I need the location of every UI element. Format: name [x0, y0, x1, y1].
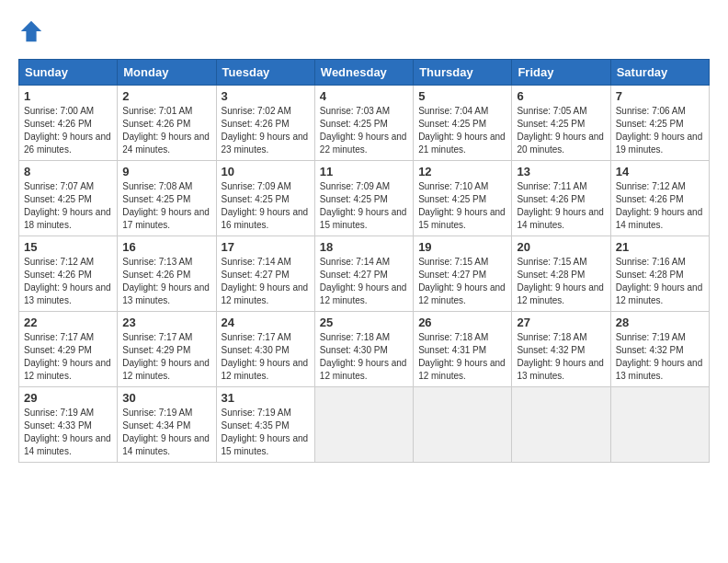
day-info: Sunrise: 7:19 AMSunset: 4:32 PMDaylight:…	[616, 332, 703, 381]
calendar-cell: 8 Sunrise: 7:07 AMSunset: 4:25 PMDayligh…	[19, 161, 118, 236]
calendar-cell: 21 Sunrise: 7:16 AMSunset: 4:28 PMDaylig…	[610, 236, 709, 312]
day-info: Sunrise: 7:18 AMSunset: 4:31 PMDaylight:…	[418, 332, 506, 381]
calendar-cell: 12 Sunrise: 7:10 AMSunset: 4:25 PMDaylig…	[414, 161, 512, 236]
day-info: Sunrise: 7:19 AMSunset: 4:33 PMDaylight:…	[24, 408, 111, 456]
day-info: Sunrise: 7:18 AMSunset: 4:30 PMDaylight:…	[320, 332, 407, 381]
svg-marker-0	[21, 21, 41, 41]
calendar-cell: 26 Sunrise: 7:18 AMSunset: 4:31 PMDaylig…	[414, 312, 512, 387]
calendar-cell	[414, 387, 512, 463]
day-number: 24	[222, 316, 310, 329]
weekday-header-friday: Friday	[512, 60, 610, 86]
calendar-cell: 3 Sunrise: 7:02 AMSunset: 4:26 PMDayligh…	[216, 86, 314, 161]
day-info: Sunrise: 7:08 AMSunset: 4:25 PMDaylight:…	[122, 181, 210, 230]
calendar-cell: 5 Sunrise: 7:04 AMSunset: 4:25 PMDayligh…	[414, 86, 512, 161]
day-number: 1	[24, 89, 112, 103]
calendar-cell: 31 Sunrise: 7:19 AMSunset: 4:35 PMDaylig…	[216, 387, 314, 463]
day-info: Sunrise: 7:02 AMSunset: 4:26 PMDaylight:…	[222, 106, 309, 155]
day-info: Sunrise: 7:04 AMSunset: 4:25 PMDaylight:…	[418, 106, 506, 155]
calendar-cell: 6 Sunrise: 7:05 AMSunset: 4:25 PMDayligh…	[512, 86, 610, 161]
calendar-cell: 14 Sunrise: 7:12 AMSunset: 4:26 PMDaylig…	[610, 161, 709, 236]
day-info: Sunrise: 7:09 AMSunset: 4:25 PMDaylight:…	[320, 181, 407, 230]
weekday-header-sunday: Sunday	[19, 60, 118, 86]
calendar-cell: 9 Sunrise: 7:08 AMSunset: 4:25 PMDayligh…	[118, 161, 216, 236]
day-info: Sunrise: 7:19 AMSunset: 4:35 PMDaylight:…	[222, 408, 309, 456]
day-info: Sunrise: 7:06 AMSunset: 4:25 PMDaylight:…	[616, 106, 703, 155]
day-number: 29	[24, 391, 112, 405]
day-info: Sunrise: 7:05 AMSunset: 4:25 PMDaylight:…	[517, 106, 604, 155]
day-number: 15	[24, 240, 112, 254]
day-info: Sunrise: 7:14 AMSunset: 4:27 PMDaylight:…	[222, 257, 309, 305]
calendar-cell: 29 Sunrise: 7:19 AMSunset: 4:33 PMDaylig…	[19, 387, 118, 463]
day-info: Sunrise: 7:09 AMSunset: 4:25 PMDaylight:…	[222, 181, 309, 230]
day-number: 13	[517, 165, 605, 178]
calendar-cell	[610, 387, 709, 463]
calendar-cell: 1 Sunrise: 7:00 AMSunset: 4:26 PMDayligh…	[19, 86, 118, 161]
weekday-header-tuesday: Tuesday	[216, 60, 314, 86]
day-info: Sunrise: 7:18 AMSunset: 4:32 PMDaylight:…	[517, 332, 604, 381]
calendar-cell: 19 Sunrise: 7:15 AMSunset: 4:27 PMDaylig…	[414, 236, 512, 312]
weekday-header-wednesday: Wednesday	[314, 60, 413, 86]
calendar-cell	[314, 387, 413, 463]
day-number: 14	[616, 165, 704, 178]
day-number: 18	[320, 240, 408, 254]
calendar-cell: 15 Sunrise: 7:12 AMSunset: 4:26 PMDaylig…	[19, 236, 118, 312]
calendar-cell: 4 Sunrise: 7:03 AMSunset: 4:25 PMDayligh…	[314, 86, 413, 161]
calendar-cell: 25 Sunrise: 7:18 AMSunset: 4:30 PMDaylig…	[314, 312, 413, 387]
day-number: 30	[122, 391, 210, 405]
day-info: Sunrise: 7:16 AMSunset: 4:28 PMDaylight:…	[616, 257, 703, 305]
calendar-table: SundayMondayTuesdayWednesdayThursdayFrid…	[18, 59, 710, 463]
day-number: 26	[418, 316, 506, 329]
logo	[18, 18, 48, 44]
weekday-header-thursday: Thursday	[414, 60, 512, 86]
day-info: Sunrise: 7:15 AMSunset: 4:27 PMDaylight:…	[418, 257, 506, 305]
day-info: Sunrise: 7:17 AMSunset: 4:29 PMDaylight:…	[122, 332, 210, 381]
weekday-header-monday: Monday	[118, 60, 216, 86]
day-number: 2	[122, 89, 210, 103]
calendar-cell: 16 Sunrise: 7:13 AMSunset: 4:26 PMDaylig…	[118, 236, 216, 312]
day-number: 12	[418, 165, 506, 178]
day-number: 21	[616, 240, 704, 254]
calendar-cell: 11 Sunrise: 7:09 AMSunset: 4:25 PMDaylig…	[314, 161, 413, 236]
calendar-cell: 27 Sunrise: 7:18 AMSunset: 4:32 PMDaylig…	[512, 312, 610, 387]
day-number: 8	[24, 165, 112, 178]
day-info: Sunrise: 7:12 AMSunset: 4:26 PMDaylight:…	[616, 181, 703, 230]
day-info: Sunrise: 7:12 AMSunset: 4:26 PMDaylight:…	[24, 257, 111, 305]
day-info: Sunrise: 7:17 AMSunset: 4:30 PMDaylight:…	[222, 332, 309, 381]
calendar-cell: 24 Sunrise: 7:17 AMSunset: 4:30 PMDaylig…	[216, 312, 314, 387]
day-number: 31	[222, 391, 310, 405]
calendar-cell: 10 Sunrise: 7:09 AMSunset: 4:25 PMDaylig…	[216, 161, 314, 236]
calendar-cell: 13 Sunrise: 7:11 AMSunset: 4:26 PMDaylig…	[512, 161, 610, 236]
calendar-cell: 18 Sunrise: 7:14 AMSunset: 4:27 PMDaylig…	[314, 236, 413, 312]
weekday-header-saturday: Saturday	[610, 60, 709, 86]
calendar-cell: 20 Sunrise: 7:15 AMSunset: 4:28 PMDaylig…	[512, 236, 610, 312]
day-info: Sunrise: 7:17 AMSunset: 4:29 PMDaylight:…	[24, 332, 111, 381]
day-number: 28	[616, 316, 704, 329]
day-info: Sunrise: 7:10 AMSunset: 4:25 PMDaylight:…	[418, 181, 506, 230]
day-info: Sunrise: 7:13 AMSunset: 4:26 PMDaylight:…	[122, 257, 210, 305]
day-info: Sunrise: 7:15 AMSunset: 4:28 PMDaylight:…	[517, 257, 604, 305]
calendar-cell: 17 Sunrise: 7:14 AMSunset: 4:27 PMDaylig…	[216, 236, 314, 312]
day-number: 6	[517, 89, 605, 103]
page-header	[18, 18, 710, 44]
calendar-cell: 30 Sunrise: 7:19 AMSunset: 4:34 PMDaylig…	[118, 387, 216, 463]
day-number: 23	[122, 316, 210, 329]
day-number: 19	[418, 240, 506, 254]
calendar-cell	[512, 387, 610, 463]
day-number: 25	[320, 316, 408, 329]
calendar-cell: 23 Sunrise: 7:17 AMSunset: 4:29 PMDaylig…	[118, 312, 216, 387]
day-info: Sunrise: 7:07 AMSunset: 4:25 PMDaylight:…	[24, 181, 111, 230]
day-info: Sunrise: 7:03 AMSunset: 4:25 PMDaylight:…	[320, 106, 407, 155]
day-number: 7	[616, 89, 704, 103]
day-number: 4	[320, 89, 408, 103]
day-info: Sunrise: 7:11 AMSunset: 4:26 PMDaylight:…	[517, 181, 604, 230]
day-number: 16	[122, 240, 210, 254]
calendar-cell: 2 Sunrise: 7:01 AMSunset: 4:26 PMDayligh…	[118, 86, 216, 161]
calendar-cell: 22 Sunrise: 7:17 AMSunset: 4:29 PMDaylig…	[19, 312, 118, 387]
day-number: 27	[517, 316, 605, 329]
day-number: 9	[122, 165, 210, 178]
day-info: Sunrise: 7:14 AMSunset: 4:27 PMDaylight:…	[320, 257, 407, 305]
day-number: 10	[222, 165, 310, 178]
day-info: Sunrise: 7:19 AMSunset: 4:34 PMDaylight:…	[122, 408, 210, 456]
logo-icon	[18, 18, 44, 44]
calendar-cell: 7 Sunrise: 7:06 AMSunset: 4:25 PMDayligh…	[610, 86, 709, 161]
